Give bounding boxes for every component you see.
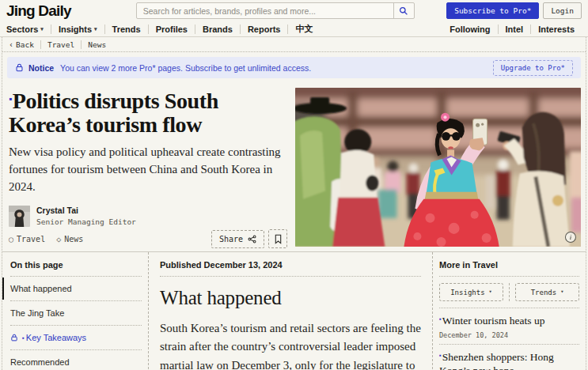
site-logo[interactable]: Jing Daily	[6, 2, 71, 20]
author-text: Crystal Tai Senior Managing Editor	[36, 206, 136, 226]
subscribe-to-pro-button[interactable]: Subscribe to Pro*	[446, 2, 539, 19]
nav-label: Reports	[248, 25, 281, 34]
notice-text: You can view 2 more Pro* pages. Subscrib…	[60, 63, 311, 73]
hero-image: i	[295, 88, 581, 247]
image-info-icon[interactable]: i	[565, 232, 575, 242]
bookmark-icon	[274, 234, 283, 244]
related-article[interactable]: ▪Winter tourism heats up December 10, 20…	[439, 308, 579, 345]
nav-item-insights[interactable]: Insights▾	[51, 25, 105, 34]
insights-filter-button[interactable]: Insights▾	[439, 283, 503, 301]
nav-item-chinese[interactable]: 中文	[288, 25, 320, 34]
circle-tag-icon: ○	[9, 235, 13, 244]
notice-label: Notice	[28, 63, 54, 73]
top-actions: Subscribe to Pro* Login	[446, 2, 582, 19]
more-filters: Insights▾ Trends▾	[439, 277, 579, 308]
chevron-down-icon: ▾	[489, 289, 492, 295]
related-article[interactable]: ▪Shenzhen shoppers: Hong Kong’s new hope…	[439, 345, 579, 370]
trends-filter-button[interactable]: Trends▾	[515, 283, 579, 301]
user-nav: Following Intel Interests	[442, 21, 582, 36]
article-title: ▪Politics disrupts South Korea’s tourism…	[9, 89, 287, 136]
tag-label: Travel	[17, 235, 45, 244]
pro-notice-banner: Notice You can view 2 more Pro* pages. S…	[7, 57, 581, 78]
nav-item-following[interactable]: Following	[442, 25, 498, 34]
chevron-down-icon: ▾	[40, 26, 44, 32]
diamond-tag-icon: ◇	[56, 235, 61, 244]
toc-label: Recommended	[10, 357, 70, 367]
toc-item-what-happened[interactable]: What happened	[10, 277, 142, 301]
login-button[interactable]: Login	[543, 2, 582, 19]
nav-label: Profiles	[156, 25, 188, 34]
toc-item-the-jing-take[interactable]: The Jing Take	[10, 301, 142, 326]
nav-bar: Sectors▾ Insights▾ Trends Profiles Brand…	[0, 21, 588, 37]
article-main-column: Published December 13, 2024 What happene…	[148, 252, 433, 369]
lock-icon	[10, 334, 18, 342]
back-label: Back	[16, 40, 34, 49]
crumb-label: Travel	[47, 40, 74, 49]
nav-item-reports[interactable]: Reports	[241, 25, 289, 34]
nav-label: Brands	[203, 25, 233, 34]
more-in-travel-panel: More in Travel Insights▾ Trends▾ ▪Winter…	[433, 252, 586, 369]
breadcrumb-travel[interactable]: Travel	[41, 40, 82, 49]
chevron-down-icon: ▾	[560, 289, 563, 295]
nav-item-sectors[interactable]: Sectors▾	[6, 25, 51, 34]
more-in-travel-title: More in Travel	[439, 252, 579, 277]
section-heading: What happened	[160, 287, 421, 309]
share-group: Share	[211, 229, 287, 248]
article-header-left: ▪Politics disrupts South Korea’s tourism…	[9, 88, 295, 248]
filter-label: Trends	[531, 289, 557, 296]
related-article-title: Shenzhen shoppers: Hong Kong’s new hope	[439, 351, 554, 370]
article-paragraph: South Korea’s tourism and retail sectors…	[160, 319, 421, 370]
breadcrumb-news[interactable]: News	[82, 40, 112, 49]
top-bar: Jing Daily Subscribe to Pro* Login	[0, 0, 588, 21]
search-box	[136, 2, 415, 19]
share-label: Share	[219, 235, 243, 244]
upgrade-to-pro-button[interactable]: Upgrade to Pro*	[493, 60, 573, 76]
author-block: Crystal Tai Senior Managing Editor	[9, 206, 287, 227]
article-tags: ○Travel ◇News	[9, 235, 83, 244]
nav-item-profiles[interactable]: Profiles	[149, 25, 195, 34]
toc-item-recommended[interactable]: Recommended	[10, 350, 142, 370]
toc-item-key-takeaways[interactable]: ▪ Key Takeaways	[10, 326, 142, 350]
page: Jing Daily Subscribe to Pro* Login Secto…	[0, 0, 588, 370]
content-area: ‹Back Travel News Notice You can view 2 …	[2, 37, 586, 370]
related-article-date: December 10, 2024	[439, 331, 579, 339]
crumb-label: News	[88, 40, 106, 49]
tag-news[interactable]: ◇News	[56, 235, 83, 244]
article-title-text: Politics disrupts South Korea’s tourism …	[9, 89, 218, 137]
tag-label: News	[64, 235, 83, 244]
breadcrumb: ‹Back Travel News	[2, 37, 586, 52]
pro-dot-icon: ▪	[22, 334, 25, 342]
share-button[interactable]: Share	[211, 230, 264, 248]
chevron-left-icon: ‹	[9, 40, 13, 49]
back-link[interactable]: ‹Back	[9, 40, 41, 49]
pro-dot-icon: ▪	[9, 93, 12, 104]
search-button[interactable]	[393, 3, 414, 18]
nav-label: Sectors	[6, 25, 38, 34]
nav-item-trends[interactable]: Trends	[105, 25, 149, 34]
article-header: ▪Politics disrupts South Korea’s tourism…	[2, 83, 586, 251]
nav-item-interests[interactable]: Interests	[531, 25, 582, 34]
chevron-down-icon: ▾	[94, 26, 97, 32]
tag-travel[interactable]: ○Travel	[9, 235, 45, 244]
search-input[interactable]	[137, 3, 393, 18]
nav-label: 中文	[295, 23, 313, 35]
nav-label: Insights	[59, 25, 92, 34]
on-this-page-title: On this page	[10, 252, 142, 277]
article-body-section: On this page What happened The Jing Take…	[2, 251, 586, 369]
search-icon	[399, 6, 408, 16]
author-name[interactable]: Crystal Tai	[36, 206, 136, 215]
share-icon	[248, 235, 256, 244]
nav-item-intel[interactable]: Intel	[499, 25, 532, 34]
lock-icon	[15, 63, 24, 72]
bookmark-button[interactable]	[268, 229, 287, 248]
main-nav: Sectors▾ Insights▾ Trends Profiles Brand…	[6, 21, 320, 36]
related-article-title: Winter tourism heats up	[442, 315, 545, 327]
published-date: Published December 13, 2024	[160, 252, 421, 277]
filter-label: Insights	[450, 289, 484, 296]
filter-divider	[509, 283, 510, 301]
toc-label: Key Takeaways	[26, 333, 86, 342]
article-meta-row: ○Travel ◇News Share	[9, 229, 287, 248]
nav-label: Intel	[506, 25, 524, 34]
author-avatar	[9, 206, 30, 227]
nav-item-brands[interactable]: Brands	[195, 25, 241, 34]
